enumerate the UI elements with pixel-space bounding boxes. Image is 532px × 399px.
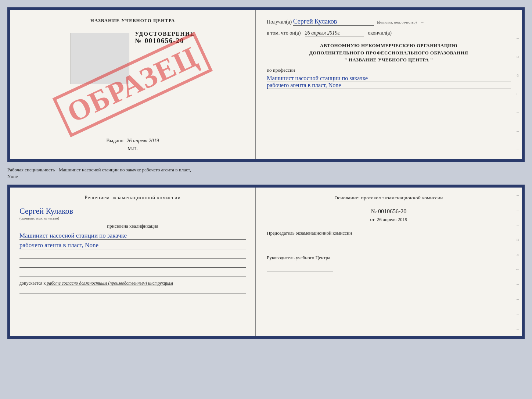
doc-top-left: НАЗВАНИЕ УЧЕБНОГО ЦЕНТРА УДОСТОВЕРЕНИЕ №… — [10, 10, 256, 159]
cert-text-block: УДОСТОВЕРЕНИЕ № 0010656-20 — [135, 31, 195, 45]
left-middle: УДОСТОВЕРЕНИЕ № 0010656-20 — [71, 31, 195, 86]
qual-label: присвоена квалификация — [19, 223, 246, 229]
cert-number: № 0010656-20 — [135, 37, 195, 45]
chairman-block: Председатель экзаменационной комиссии — [267, 230, 511, 247]
description-text1: Рабочая специальность - Машинист насосно… — [7, 167, 191, 172]
profession-label: по профессии — [267, 67, 511, 73]
blank-line-2 — [19, 260, 246, 268]
document-bottom: Решением экзаменационной комиссии Сергей… — [7, 185, 525, 339]
director-label: Руководитель учебного Центра — [267, 254, 511, 261]
org-line2: ДОПОЛНИТЕЛЬНОГО ПРОФЕССИОНАЛЬНОГО ОБРАЗО… — [267, 49, 511, 57]
org-line1: АВТОНОМНУЮ НЕКОММЕРЧЕСКУЮ ОРГАНИЗАЦИЮ — [267, 42, 511, 49]
chairman-label: Председатель экзаменационной комиссии — [267, 230, 511, 236]
допускается-value: работе согласно должностным (производств… — [47, 281, 173, 286]
doc-top-right: Получил(а) Сергей Кулаков (фамилия, имя,… — [256, 10, 522, 159]
dash-1: – — [421, 19, 424, 25]
qual-value-1: Машинист насосной станции по закачке — [19, 232, 246, 240]
issued-label: Выдано — [106, 138, 123, 143]
received-name: Сергей Кулаков — [293, 18, 374, 26]
org-name-top: НАЗВАНИЕ УЧЕБНОГО ЦЕНТРА — [90, 18, 175, 24]
finished-label: окончил(а) — [368, 30, 392, 36]
page-container: НАЗВАНИЕ УЧЕБНОГО ЦЕНТРА УДОСТОВЕРЕНИЕ №… — [7, 7, 525, 339]
person-name-bottom: Сергей Кулаков — [19, 206, 111, 216]
blank-line-3 — [19, 270, 246, 277]
допускается-label: допускается к — [19, 281, 46, 286]
person-name-block: Сергей Кулаков (фамилия, имя, отчество) — [19, 206, 246, 220]
date-label: в том, что он(а) — [267, 30, 301, 36]
name-subtitle: (фамилия, имя, отчество) — [19, 216, 246, 220]
commission-title: Решением экзаменационной комиссии — [19, 195, 246, 201]
right-dashes-bottom: – – – и а ← – – – – — [515, 188, 520, 336]
protocol-date-value: 26 апреля 2019 — [377, 217, 407, 222]
cert-title: УДОСТОВЕРЕНИЕ — [135, 31, 195, 37]
received-line: Получил(а) Сергей Кулаков (фамилия, имя,… — [267, 18, 511, 26]
director-line — [267, 264, 333, 271]
received-subtitle: (фамилия, имя, отчество) — [377, 20, 417, 24]
osnov-title: Основание: протокол экзаменационной коми… — [267, 195, 511, 201]
date-line: в том, что он(а) 26 апреля 2019г. окончи… — [267, 30, 511, 36]
document-top: НАЗВАНИЕ УЧЕБНОГО ЦЕНТРА УДОСТОВЕРЕНИЕ №… — [7, 7, 525, 162]
допускается-line: допускается к работе согласно должностны… — [19, 281, 246, 286]
mp-line: М.П. — [127, 146, 137, 152]
blank-line-4 — [19, 286, 246, 293]
blank-line-1 — [19, 251, 246, 259]
protocol-date: от 26 апреля 2019 — [267, 217, 511, 222]
qual-value-2: рабочего агента в пласт, None — [19, 242, 246, 249]
received-label: Получил(а) — [267, 19, 292, 25]
doc-bottom-left: Решением экзаменационной комиссии Сергей… — [10, 188, 256, 336]
description-text2: None — [7, 174, 18, 179]
doc-bottom-right: Основание: протокол экзаменационной коми… — [256, 188, 522, 336]
org-line3: " НАЗВАНИЕ УЧЕБНОГО ЦЕНТРА " — [267, 56, 511, 64]
description-line: Рабочая специальность - Машинист насосно… — [7, 165, 525, 182]
director-block: Руководитель учебного Центра — [267, 254, 511, 271]
protocol-number: № 0010656-20 — [267, 208, 511, 215]
profession-value-2: рабочего агента в пласт, None — [267, 82, 511, 89]
issued-date: 26 апреля 2019 — [126, 138, 159, 143]
right-dashes: – – и а ← – – – — [515, 10, 520, 159]
chairman-line — [267, 240, 333, 247]
protocol-date-prefix: от — [370, 217, 375, 222]
date-value: 26 апреля 2019г. — [305, 30, 364, 36]
stamp-area — [71, 33, 129, 84]
issued-line: Выдано 26 апреля 2019 — [106, 138, 159, 144]
profession-value-1: Машинист насосной станции по закачке — [267, 75, 511, 82]
org-block: АВТОНОМНУЮ НЕКОММЕРЧЕСКУЮ ОРГАНИЗАЦИЮ ДО… — [267, 42, 511, 64]
